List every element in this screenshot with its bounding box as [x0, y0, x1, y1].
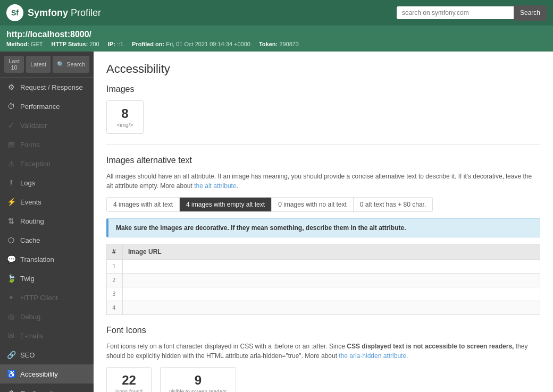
logo-icon: Sf [6, 4, 23, 21]
row-code [123, 260, 540, 274]
sidebar-item-routing[interactable]: ⇅ Routing [0, 211, 94, 231]
content-area: Accessibility Images 8 <img/> Images alt… [94, 52, 553, 392]
row-num: 3 [107, 287, 123, 301]
events-icon: ⚡ [6, 197, 16, 207]
sidebar-item-configuration[interactable]: ⚙ Configuration [0, 384, 94, 392]
table-header-url: Image URL [123, 244, 540, 260]
sidebar-item-logs[interactable]: ! Logs [0, 173, 94, 192]
toolbar-search-button[interactable]: 🔍 Search [53, 56, 89, 73]
table-row: 1 [107, 260, 540, 274]
twig-icon: 🍃 [6, 274, 16, 283]
alt-text-table: # Image URL 1234 [106, 244, 540, 315]
logo: Sf Symfony Profiler [6, 4, 101, 21]
row-num: 1 [107, 260, 123, 274]
request-meta: Method: GET HTTP Status: 200 IP: ::1 Pro… [6, 41, 547, 47]
tab-images-empty-alt[interactable]: 4 images with empty alt text [180, 198, 272, 211]
sidebar-item-translation[interactable]: 💬 Translation [0, 250, 94, 269]
routing-icon: ⇅ [6, 216, 16, 226]
search-button[interactable]: Search [514, 5, 547, 21]
row-code [123, 301, 540, 315]
table-row: 4 [107, 301, 540, 315]
performance-icon: ⏱ [6, 101, 16, 111]
sidebar-item-request-response[interactable]: ⚙ Request / Response [0, 78, 94, 97]
table-row: 2 [107, 274, 540, 287]
sidebar-item-debug: ◎ Debug [0, 307, 94, 326]
sidebar-item-emails: ✉ E-mails [0, 326, 94, 345]
icons-found-count: 22 [122, 373, 136, 388]
request-url: http://localhost:8000/ [6, 30, 547, 39]
translation-icon: 💬 [6, 254, 16, 264]
alt-text-warning: Make sure the images are decorative. If … [106, 218, 540, 237]
sidebar-item-cache[interactable]: ⬡ Cache [0, 231, 94, 250]
method-label: Method: GET [6, 41, 43, 47]
accessibility-icon: ♿ [6, 369, 16, 379]
alt-text-description: All images should have an alt attribute.… [106, 172, 540, 191]
alt-text-section: Images alternative text All images shoul… [106, 156, 540, 315]
header: Sf Symfony Profiler Search [0, 0, 553, 25]
row-num: 2 [107, 274, 123, 287]
token-label: Token: 290873 [259, 41, 299, 47]
profiled-label: Profiled on: Fri, 01 Oct 2021 09:14:34 +… [132, 41, 250, 47]
icons-found-label: icons found [115, 389, 143, 392]
font-icons-section: Font Icons Font icons rely on a font cha… [106, 326, 540, 392]
ip-label: IP: ::1 [108, 41, 123, 47]
status-label: HTTP Status: 200 [51, 41, 99, 47]
tab-alt-text-long[interactable]: 0 alt text has + 80 char. [354, 198, 432, 211]
seo-icon: 🔗 [6, 350, 16, 360]
page-title: Accessibility [106, 62, 540, 76]
emails-icon: ✉ [6, 331, 16, 340]
sidebar-item-forms: ▤ Forms [0, 135, 94, 154]
sidebar-item-events[interactable]: ⚡ Events [0, 192, 94, 211]
images-stat-box: 8 <img/> [106, 100, 540, 134]
row-code [123, 287, 540, 301]
url-bar: http://localhost:8000/ Method: GET HTTP … [0, 25, 553, 52]
configuration-icon: ⚙ [6, 388, 16, 392]
images-count: 8 [121, 106, 128, 121]
sidebar-item-exception: ⚠ Exception [0, 154, 94, 173]
sidebar-item-twig[interactable]: 🍃 Twig [0, 269, 94, 288]
sidebar-item-validator: ✓ Validator [0, 116, 94, 135]
http-client-icon: ✦ [6, 293, 16, 302]
aria-hidden-link[interactable]: the aria-hidden attribute [339, 352, 406, 360]
icons-visible-box: 9 visible to screen readers [160, 367, 236, 392]
sidebar-item-performance[interactable]: ⏱ Performance [0, 97, 94, 116]
alt-text-title: Images alternative text [106, 156, 540, 165]
request-response-icon: ⚙ [6, 82, 16, 92]
alt-attribute-link[interactable]: the alt attribute [194, 182, 236, 190]
sidebar: Last 10 Latest 🔍 Search ⚙ Request / Resp… [0, 52, 94, 392]
main-layout: Last 10 Latest 🔍 Search ⚙ Request / Resp… [0, 52, 553, 392]
search-input[interactable] [397, 6, 514, 19]
tab-images-no-alt[interactable]: 0 images with no alt text [272, 198, 354, 211]
font-icons-description: Font icons rely on a font character disp… [106, 342, 540, 361]
font-icons-stats: 22 icons found 9 visible to screen reade… [106, 367, 540, 392]
last10-button[interactable]: Last 10 [4, 56, 24, 73]
icons-visible-count: 9 [195, 373, 202, 388]
row-code [123, 274, 540, 287]
section-divider-1 [106, 144, 540, 145]
table-header-num: # [107, 244, 123, 260]
sidebar-item-seo[interactable]: 🔗 SEO [0, 345, 94, 364]
images-section-title: Images [106, 84, 540, 94]
table-row: 3 [107, 287, 540, 301]
debug-icon: ◎ [6, 312, 16, 321]
validator-icon: ✓ [6, 121, 16, 130]
alt-text-tabs: 4 images with alt text 4 images with emp… [106, 197, 433, 212]
sidebar-toolbar: Last 10 Latest 🔍 Search [0, 52, 94, 78]
logs-icon: ! [6, 178, 16, 188]
sidebar-item-http-client: ✦ HTTP Client [0, 288, 94, 307]
font-icons-title: Font Icons [106, 326, 540, 335]
latest-button[interactable]: Latest [26, 56, 51, 73]
sidebar-item-accessibility[interactable]: ♿ Accessibility [0, 364, 94, 384]
images-stat-label: <img/> [117, 122, 133, 128]
cache-icon: ⬡ [6, 235, 16, 245]
tab-images-with-alt[interactable]: 4 images with alt text [107, 198, 180, 211]
search-form: Search [397, 5, 547, 21]
icons-found-box: 22 icons found [106, 367, 152, 392]
search-icon: 🔍 [57, 61, 64, 68]
app-title: Symfony Profiler [28, 7, 101, 19]
row-num: 4 [107, 301, 123, 315]
exception-icon: ⚠ [6, 159, 16, 168]
forms-icon: ▤ [6, 140, 16, 149]
icons-visible-label: visible to screen readers [169, 389, 227, 392]
